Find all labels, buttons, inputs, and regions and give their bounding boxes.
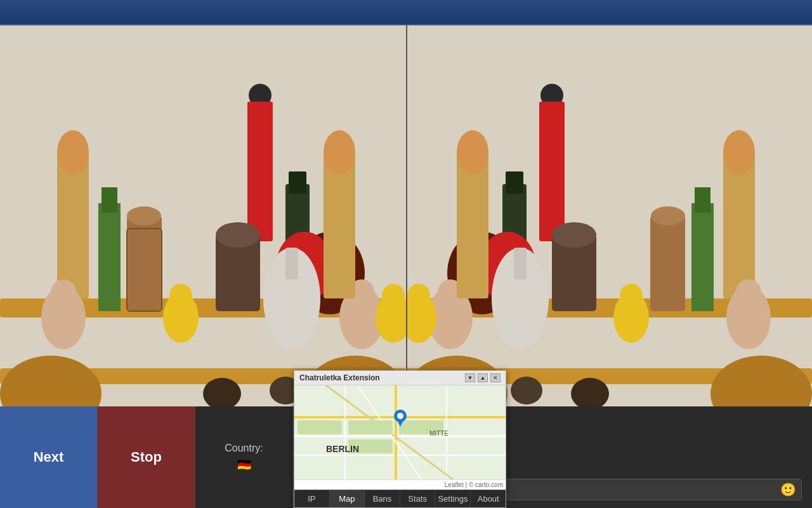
svg-rect-79 xyxy=(298,420,342,434)
svg-rect-25 xyxy=(285,248,298,279)
video-divider xyxy=(406,25,407,406)
tab-stats[interactable]: Stats xyxy=(400,490,436,507)
top-bar xyxy=(0,0,812,25)
svg-point-20 xyxy=(51,279,76,305)
map-footer-text: Leaflet | © carto.com xyxy=(445,481,503,488)
svg-point-31 xyxy=(324,130,355,175)
map-popup: Chatruletka Extension ▼ ▲ ✕ xyxy=(294,370,506,508)
stop-button[interactable]: Stop xyxy=(98,406,195,508)
map-close-button[interactable]: ✕ xyxy=(490,373,501,382)
map-mitte-label: MITTE xyxy=(429,430,449,437)
tab-settings[interactable]: Settings xyxy=(435,490,471,507)
map-popup-controls: ▼ ▲ ✕ xyxy=(465,373,501,382)
svg-point-18 xyxy=(169,284,192,307)
svg-point-10 xyxy=(127,206,161,225)
svg-point-64 xyxy=(457,130,488,175)
svg-point-44 xyxy=(651,206,685,225)
svg-point-81 xyxy=(397,413,403,419)
emoji-button[interactable]: 🙂 xyxy=(780,482,796,497)
svg-point-62 xyxy=(407,284,430,307)
svg-rect-76 xyxy=(348,420,393,434)
svg-rect-12 xyxy=(247,102,273,241)
svg-rect-43 xyxy=(650,216,685,311)
video-left-overlay xyxy=(0,25,406,406)
svg-point-29 xyxy=(382,284,405,307)
video-right-overlay xyxy=(406,25,812,406)
map-popup-title: Chatruletka Extension xyxy=(299,373,380,382)
video-area xyxy=(0,25,812,406)
video-right xyxy=(406,25,812,406)
svg-point-56 xyxy=(552,222,596,248)
svg-rect-8 xyxy=(102,187,117,213)
next-button[interactable]: Next xyxy=(0,406,98,508)
svg-rect-46 xyxy=(539,102,565,241)
map-tabs: IP Map Bans Stats Settings About xyxy=(294,490,506,507)
map-footer: Leaflet | © carto.com xyxy=(294,479,506,490)
svg-rect-9 xyxy=(127,216,162,311)
map-expand-button[interactable]: ▲ xyxy=(478,373,488,382)
svg-point-52 xyxy=(620,284,643,307)
tab-about[interactable]: About xyxy=(471,490,506,507)
svg-rect-14 xyxy=(289,171,306,194)
country-flag: 🇩🇪 xyxy=(237,458,251,472)
svg-rect-42 xyxy=(695,187,710,213)
video-left xyxy=(0,25,406,406)
map-popup-header: Chatruletka Extension ▼ ▲ ✕ xyxy=(294,371,506,385)
svg-rect-48 xyxy=(506,171,523,194)
svg-point-40 xyxy=(723,130,755,175)
svg-point-6 xyxy=(57,130,89,175)
country-label: Country: xyxy=(225,443,263,454)
svg-point-66 xyxy=(511,377,542,404)
svg-rect-41 xyxy=(691,203,714,311)
svg-point-54 xyxy=(736,279,761,305)
map-area[interactable]: BERLIN MITTE xyxy=(294,385,506,479)
map-berlin-label: BERLIN xyxy=(326,444,359,454)
svg-rect-7 xyxy=(98,203,121,311)
tab-bans[interactable]: Bans xyxy=(365,490,400,507)
svg-point-23 xyxy=(216,222,260,248)
svg-rect-58 xyxy=(514,248,527,279)
tab-map[interactable]: Map xyxy=(330,490,365,507)
tab-ip[interactable]: IP xyxy=(294,490,330,507)
map-svg xyxy=(294,385,506,479)
country-section: Country: 🇩🇪 xyxy=(195,406,293,508)
map-minimize-button[interactable]: ▼ xyxy=(465,373,475,382)
bottom-bar: Next Stop Country: 🇩🇪 Chatruletka Extens… xyxy=(0,406,812,508)
